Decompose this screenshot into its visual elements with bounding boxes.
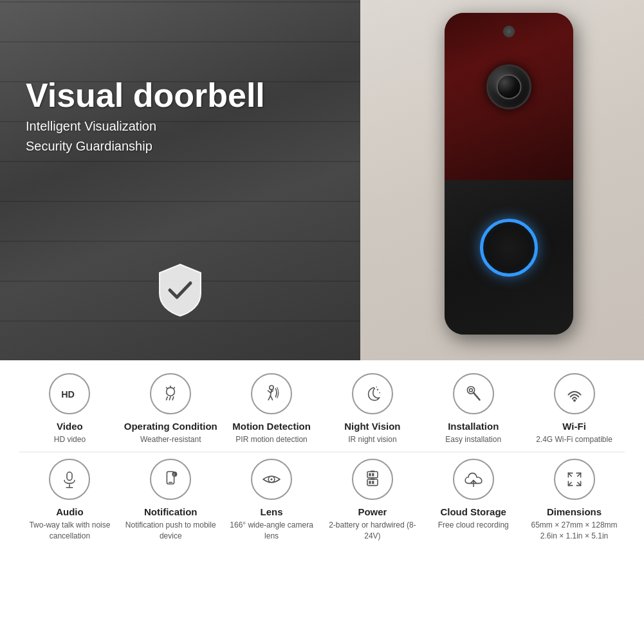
features-divider [19,452,625,452]
lens-title: Lens [261,506,283,517]
svg-point-20 [573,399,576,401]
feature-notification: ! Notification Notification push to mobi… [122,459,219,542]
notification-title: Notification [144,506,198,517]
svg-point-8 [270,385,273,389]
feature-operating: Operating Condition Weather-resistant [122,373,219,445]
svg-text:HD: HD [62,389,75,400]
notification-icon-circle: ! [150,459,191,500]
audio-desc: Two-way talk with noise cancellation [21,520,118,542]
left-panel: Visual doorbell Intelligent Visualizatio… [0,0,360,360]
feature-audio: Audio Two-way talk with noise cancellati… [21,459,118,542]
svg-rect-37 [372,481,374,484]
svg-text:!: ! [174,473,175,477]
installation-desc: Easy installation [445,434,501,445]
hero-section: Visual doorbell Intelligent Visualizatio… [0,0,644,360]
feature-cloud: Cloud Storage Free cloud recording [425,459,522,531]
feature-night: Night Vision IR night vision [324,373,421,445]
features-row-1: HD Video HD video Operating Co [19,373,625,445]
wifi-title: Wi-Fi [562,421,586,432]
feature-motion: Motion Detection PIR motion detection [223,373,320,445]
svg-line-6 [174,387,175,389]
motion-icon-circle [251,373,292,414]
cloud-title: Cloud Storage [440,506,506,517]
doorbell-top [445,13,573,180]
night-icon-circle [352,373,393,414]
installation-title: Installation [448,421,499,432]
lens-desc: 166° wide-angle camera lens [223,520,320,542]
svg-point-15 [379,392,380,394]
svg-rect-35 [371,478,374,479]
bell-button [480,219,538,277]
svg-line-3 [170,397,171,400]
hero-text: Visual doorbell Intelligent Visualizatio… [26,77,265,154]
right-panel [360,0,644,360]
feature-lens: Lens 166° wide-angle camera lens [223,459,320,542]
wifi-icon-circle [554,373,595,414]
power-title: Power [358,506,387,517]
feature-dimensions: Dimensions 65mm × 27mm × 128mm 2.6in × 1… [526,459,623,542]
motion-title: Motion Detection [232,421,311,432]
ir-sensor [503,26,515,37]
svg-line-2 [167,397,168,400]
doorbell-device [445,13,573,335]
audio-title: Audio [56,506,84,517]
audio-icon-circle [49,459,90,500]
cloud-desc: Free cloud recording [438,520,509,531]
svg-point-29 [270,478,272,480]
hero-subtitle2: Security Guardianship [26,139,265,154]
svg-line-7 [167,387,168,389]
hero-subtitle1: Intelligent Visualization [26,119,265,134]
features-section: HD Video HD video Operating Co [0,360,644,644]
shield-icon [154,261,206,322]
svg-rect-32 [369,473,371,476]
dimensions-title: Dimensions [547,506,602,517]
hero-title: Visual doorbell [26,77,265,114]
power-desc: 2-battery or hardwired (8-24V) [324,520,421,542]
features-row-2: Audio Two-way talk with noise cancellati… [19,459,625,542]
feature-installation: Installation Easy installation [425,373,522,445]
cloud-icon-circle [453,459,494,500]
operating-icon-circle [150,373,191,414]
lens-icon-circle [251,459,292,500]
wifi-desc: 2.4G Wi-Fi compatible [536,434,612,445]
feature-wifi: Wi-Fi 2.4G Wi-Fi compatible [526,373,623,445]
notification-desc: Notification push to mobile device [122,520,219,542]
video-desc: HD video [54,434,86,445]
svg-rect-33 [372,473,374,476]
svg-line-4 [172,397,174,400]
svg-point-26 [172,472,178,477]
svg-point-18 [469,389,472,392]
operating-desc: Weather-resistant [140,434,201,445]
camera-lens [486,64,531,109]
feature-power: Power 2-battery or hardwired (8-24V) [324,459,421,542]
svg-line-12 [268,396,270,400]
motion-desc: PIR motion detection [235,434,307,445]
video-icon-circle: HD [49,373,90,414]
svg-line-13 [270,396,272,400]
video-title: Video [57,421,83,432]
dimensions-icon-circle [554,459,595,500]
operating-title: Operating Condition [124,421,217,432]
night-desc: IR night vision [348,434,396,445]
installation-icon-circle [453,373,494,414]
svg-rect-21 [67,472,72,481]
svg-line-19 [474,392,480,400]
night-title: Night Vision [344,421,400,432]
svg-point-14 [377,389,378,390]
dimensions-desc: 65mm × 27mm × 128mm 2.6in × 1.1in × 5.1i… [526,520,623,542]
feature-video: HD Video HD video [21,373,118,445]
svg-point-16 [376,387,377,388]
power-icon-circle [352,459,393,500]
doorbell-bottom [445,180,573,335]
svg-rect-31 [371,470,374,472]
svg-rect-36 [369,481,371,484]
